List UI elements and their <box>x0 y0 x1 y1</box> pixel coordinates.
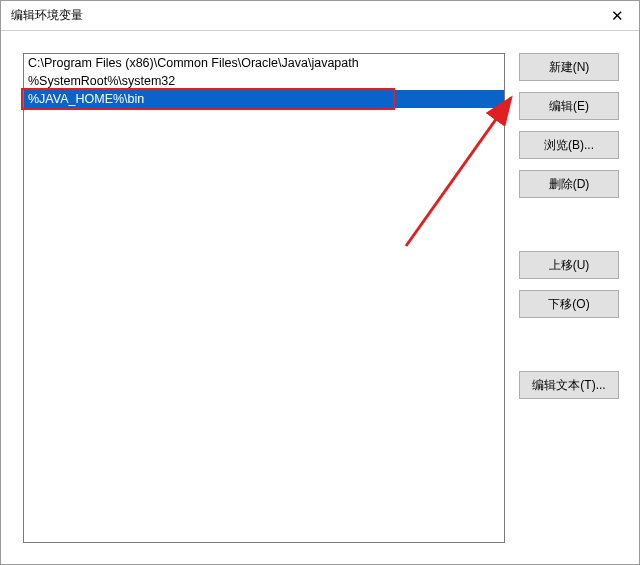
new-button[interactable]: 新建(N) <box>519 53 619 81</box>
dialog-window: 编辑环境变量 ✕ C:\Program Files (x86)\Common F… <box>0 0 640 565</box>
delete-button[interactable]: 删除(D) <box>519 170 619 198</box>
edit-button[interactable]: 编辑(E) <box>519 92 619 120</box>
path-listbox[interactable]: C:\Program Files (x86)\Common Files\Orac… <box>23 53 505 543</box>
browse-button[interactable]: 浏览(B)... <box>519 131 619 159</box>
list-item[interactable]: %SystemRoot%\system32 <box>24 72 504 90</box>
movedown-button[interactable]: 下移(O) <box>519 290 619 318</box>
moveup-button[interactable]: 上移(U) <box>519 251 619 279</box>
button-column: 新建(N) 编辑(E) 浏览(B)... 删除(D) 上移(U) 下移(O) 编… <box>519 53 619 544</box>
edittext-button[interactable]: 编辑文本(T)... <box>519 371 619 399</box>
close-icon: ✕ <box>611 8 624 23</box>
close-button[interactable]: ✕ <box>595 1 639 31</box>
list-item-selected[interactable]: %JAVA_HOME%\bin <box>24 90 504 108</box>
content-area: C:\Program Files (x86)\Common Files\Orac… <box>1 31 639 564</box>
window-title: 编辑环境变量 <box>11 7 83 24</box>
list-item[interactable]: C:\Program Files (x86)\Common Files\Orac… <box>24 54 504 72</box>
titlebar: 编辑环境变量 ✕ <box>1 1 639 31</box>
